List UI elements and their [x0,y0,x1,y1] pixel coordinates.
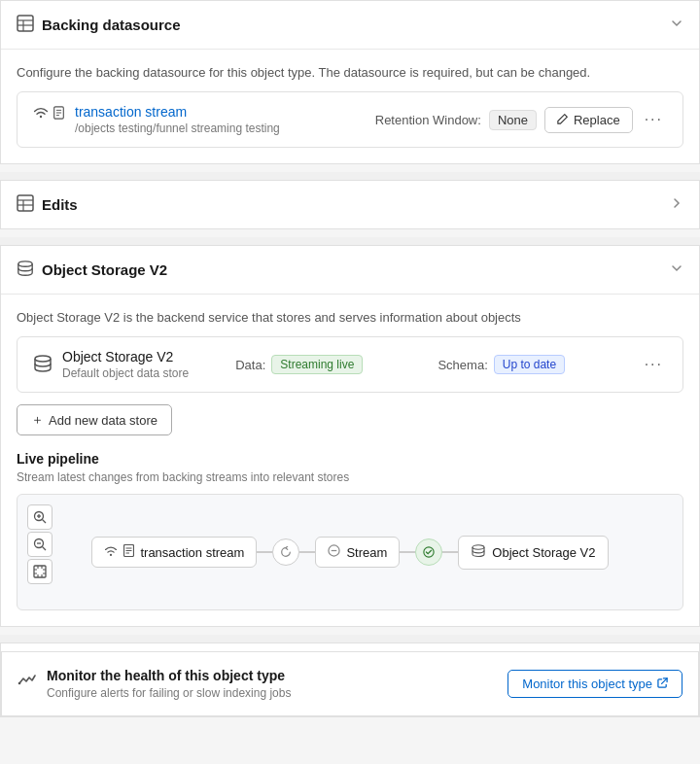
storage-card-left: Object Storage V2 Default object data st… [33,349,235,380]
svg-point-32 [18,682,21,685]
retention-value: None [489,110,537,130]
middle-label: Stream [346,545,387,560]
table-icon [17,15,34,35]
svg-point-13 [18,261,32,266]
datasource-path: /objects testing/funnel streaming testin… [75,122,280,135]
datasource-right: Retention Window: None Replace ··· [375,107,667,133]
svg-point-14 [35,356,51,362]
pipeline-target-node[interactable]: Object Storage V2 [458,536,608,570]
object-storage-section: Object Storage V2 Object Storage V2 is t… [0,245,700,627]
monitor-section: Monitor the health of this object type C… [0,642,700,717]
backing-datasource-section: Backing datasource Configure the backing… [0,0,700,164]
storage-card: Object Storage V2 Default object data st… [17,336,683,393]
storage-info: Object Storage V2 Default object data st… [62,349,189,380]
edits-section: Edits [0,180,700,229]
schema-badge: Up to date [494,355,565,374]
object-storage-title: Object Storage V2 [42,261,167,278]
object-storage-chevron [670,261,683,278]
object-storage-header[interactable]: Object Storage V2 [1,246,699,295]
edits-chevron [670,196,683,213]
pencil-icon [557,113,569,127]
source-wifi-icon [104,545,118,560]
doc-icon [52,106,65,122]
zoom-in-button[interactable] [27,504,52,530]
datasource-icons [33,106,65,122]
datasource-name[interactable]: transaction stream [75,104,280,120]
storage-sub: Default object data store [62,366,189,380]
pipeline-flow: transaction stream [29,506,671,598]
external-link-icon [657,677,668,691]
datasource-more-button[interactable]: ··· [641,108,667,131]
monitor-icon [18,670,37,694]
pipeline-canvas: transaction stream [17,494,683,610]
edits-header[interactable]: Edits [1,181,699,228]
monitor-btn-label: Monitor this object type [522,677,652,691]
edits-title: Edits [42,196,78,213]
replace-label: Replace [574,113,620,127]
storage-data-meta: Data: Streaming live [235,355,438,374]
svg-rect-22 [34,566,46,577]
datasource-info: transaction stream /objects testing/funn… [75,104,280,135]
svg-point-31 [472,544,484,548]
svg-point-23 [110,553,112,555]
refresh-connector [272,538,299,566]
backing-datasource-desc: Configure the backing datasource for thi… [17,65,683,80]
fit-view-button[interactable] [27,559,52,584]
zoom-out-button[interactable] [27,532,52,557]
datasource-left: transaction stream /objects testing/funn… [33,104,280,135]
svg-rect-0 [18,16,33,31]
minus-circle-icon [328,544,340,560]
streaming-badge: Streaming live [271,355,363,374]
monitor-text: Monitor the health of this object type C… [47,668,291,700]
storage-name: Object Storage V2 [62,349,189,365]
pipeline-source-node[interactable]: transaction stream [91,537,257,568]
add-data-store-button[interactable]: ＋ Add new data store [17,404,172,435]
svg-point-4 [40,116,42,118]
monitor-inner: Monitor the health of this object type C… [1,651,699,716]
zoom-controls [27,504,52,584]
monitor-this-object-type-button[interactable]: Monitor this object type [508,670,682,698]
backing-datasource-body: Configure the backing datasource for thi… [1,50,699,163]
datasource-card: transaction stream /objects testing/funn… [17,91,683,148]
svg-line-21 [43,547,47,551]
svg-rect-9 [18,195,33,211]
monitor-left: Monitor the health of this object type C… [18,668,291,700]
wifi-icon [33,106,49,122]
object-storage-body: Object Storage V2 is the backend service… [1,295,699,626]
storage-schema-meta: Schema: Up to date [438,355,640,374]
edits-icon [17,194,34,215]
divider-2 [0,237,700,245]
divider-1 [0,172,700,180]
live-pipeline-title: Live pipeline [17,451,683,467]
object-storage-desc: Object Storage V2 is the backend service… [17,310,683,325]
add-icon: ＋ [31,411,44,429]
live-pipeline-sub: Stream latest changes from backing strea… [17,470,683,484]
pipeline-connector-1 [257,538,315,566]
target-stack-icon [471,543,486,562]
monitor-title: Monitor the health of this object type [47,668,291,683]
target-label: Object Storage V2 [492,545,595,560]
svg-line-18 [43,520,47,524]
pipeline-middle-node[interactable]: Stream [315,537,400,568]
backing-datasource-chevron [670,17,683,33]
monitor-sub: Configure alerts for failing or slow ind… [47,686,291,700]
storage-stack-icon [33,354,52,376]
stack-icon [17,260,34,280]
retention-label: Retention Window: [375,113,481,127]
divider-3 [0,635,700,642]
source-doc-icon [123,544,134,560]
check-connector [415,538,442,566]
backing-datasource-title: Backing datasource [42,17,181,33]
pipeline-connector-2 [400,538,458,566]
schema-label: Schema: [438,358,487,372]
svg-point-30 [424,547,434,557]
replace-button[interactable]: Replace [544,107,633,133]
add-data-store-label: Add new data store [49,413,158,428]
data-label: Data: [235,358,265,372]
storage-more-button[interactable]: ··· [641,353,667,376]
source-label: transaction stream [140,545,244,560]
backing-datasource-header[interactable]: Backing datasource [1,1,699,50]
